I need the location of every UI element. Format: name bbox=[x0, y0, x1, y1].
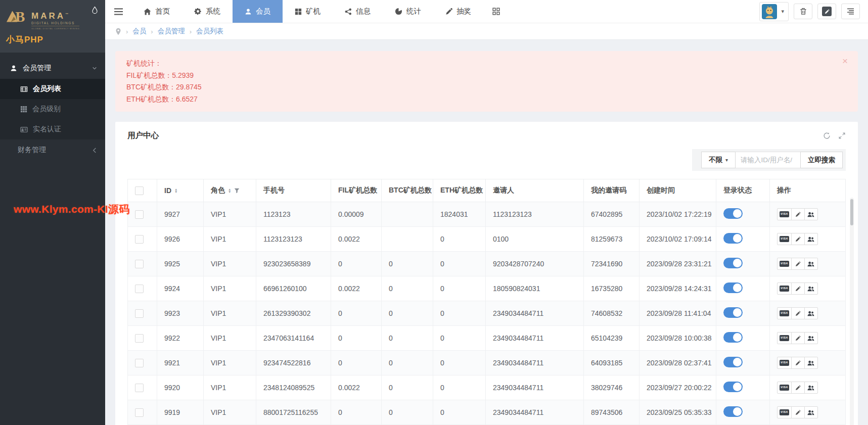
nav-home[interactable]: 首页 bbox=[131, 0, 182, 23]
edit-button[interactable] bbox=[791, 307, 805, 319]
login-status-toggle[interactable] bbox=[723, 307, 743, 318]
edit-button[interactable] bbox=[791, 357, 805, 369]
row-checkbox[interactable] bbox=[135, 384, 144, 392]
breadcrumb-member[interactable]: 会员 bbox=[132, 27, 146, 36]
col-phone: 手机号 bbox=[256, 179, 331, 202]
row-checkbox[interactable] bbox=[135, 210, 144, 219]
nav-label: 首页 bbox=[155, 7, 170, 16]
breadcrumb-member-management[interactable]: 会员管理 bbox=[158, 27, 185, 36]
cell-phone: 1123123123 bbox=[256, 227, 331, 252]
sort-icon[interactable]: ▲▼ bbox=[228, 188, 231, 193]
login-status-toggle[interactable] bbox=[723, 258, 743, 268]
nav-message[interactable]: 信息 bbox=[333, 0, 383, 23]
pencil-icon bbox=[795, 311, 801, 316]
edit-button[interactable] bbox=[791, 382, 805, 394]
edit-button[interactable] bbox=[791, 282, 805, 295]
nav-system[interactable]: 系统 bbox=[182, 0, 233, 23]
card-info-button[interactable]: VISA bbox=[777, 382, 792, 394]
row-checkbox[interactable] bbox=[135, 235, 144, 244]
cell-inviter: 2349034484711 bbox=[486, 375, 584, 400]
row-checkbox[interactable] bbox=[135, 359, 144, 367]
nav-grid-view[interactable] bbox=[483, 0, 509, 23]
user-menu[interactable]: ▾ bbox=[759, 2, 789, 21]
row-checkbox[interactable] bbox=[135, 260, 144, 268]
users-icon bbox=[807, 261, 814, 267]
login-status-toggle[interactable] bbox=[723, 382, 743, 392]
login-status-toggle[interactable] bbox=[723, 332, 743, 343]
team-button[interactable] bbox=[804, 307, 818, 319]
team-button[interactable] bbox=[804, 208, 818, 220]
sidebar-group-member-management[interactable]: 会员管理 bbox=[0, 58, 105, 79]
nav-member[interactable]: 会员 bbox=[233, 0, 283, 23]
card-info-button[interactable]: VISA bbox=[777, 233, 792, 245]
pencil-icon bbox=[795, 286, 801, 292]
breadcrumb-member-list[interactable]: 会员列表 bbox=[196, 27, 223, 36]
close-icon[interactable]: × bbox=[842, 56, 848, 66]
team-button[interactable] bbox=[804, 406, 818, 418]
sort-icon[interactable]: ▲▼ bbox=[174, 188, 177, 193]
row-checkbox[interactable] bbox=[135, 309, 144, 318]
row-checkbox[interactable] bbox=[135, 285, 144, 293]
scrollbar-thumb[interactable] bbox=[850, 199, 853, 225]
team-button[interactable] bbox=[804, 357, 818, 369]
refresh-button[interactable] bbox=[823, 132, 831, 139]
trash-button[interactable] bbox=[794, 4, 812, 19]
select-all-checkbox[interactable] bbox=[135, 186, 144, 195]
edit-shortcut-button[interactable] bbox=[817, 4, 836, 19]
card-info-button[interactable]: VISA bbox=[777, 282, 792, 295]
nav-lottery[interactable]: 抽奖 bbox=[433, 0, 483, 23]
breadcrumb-separator: › bbox=[126, 28, 128, 35]
team-button[interactable] bbox=[804, 233, 818, 245]
card-info-button[interactable]: VISA bbox=[777, 307, 792, 319]
filter-funnel-icon[interactable] bbox=[234, 188, 240, 194]
login-status-toggle[interactable] bbox=[723, 233, 743, 244]
breadcrumb-separator: › bbox=[151, 28, 153, 35]
search-input[interactable] bbox=[736, 152, 800, 168]
log-list-button[interactable] bbox=[841, 4, 860, 19]
team-button[interactable] bbox=[804, 332, 818, 344]
login-status-toggle[interactable] bbox=[723, 282, 743, 293]
pen-icon bbox=[445, 8, 452, 15]
card-info-button[interactable]: VISA bbox=[777, 208, 792, 220]
card-info-button[interactable]: VISA bbox=[777, 406, 792, 418]
row-checkbox[interactable] bbox=[135, 408, 144, 417]
cell-fil: 0.0022 bbox=[331, 375, 382, 400]
login-status-toggle[interactable] bbox=[723, 406, 743, 417]
card-info-button[interactable]: VISA bbox=[777, 357, 792, 369]
table-body: 9927 VIP1 1123123 0.00009 1824031 112312… bbox=[128, 202, 846, 425]
login-status-toggle[interactable] bbox=[723, 357, 743, 367]
team-button[interactable] bbox=[804, 382, 818, 394]
nav-miner[interactable]: 矿机 bbox=[283, 0, 333, 23]
cell-invite-code: 64093185 bbox=[584, 351, 639, 375]
edit-button[interactable] bbox=[791, 332, 805, 344]
login-status-toggle[interactable] bbox=[723, 208, 743, 219]
refresh-icon bbox=[823, 132, 831, 139]
fullscreen-button[interactable] bbox=[838, 132, 846, 139]
filter-dropdown[interactable]: 不限 ▾ bbox=[701, 152, 736, 168]
sidebar-item-real-name-auth[interactable]: 实名认证 bbox=[0, 119, 105, 139]
table-row: 9926 VIP1 1123123123 0.0022 0 0100 81259… bbox=[128, 227, 846, 252]
sidebar-toggle-button[interactable] bbox=[105, 0, 131, 23]
visa-card-icon: VISA bbox=[780, 360, 789, 366]
edit-button[interactable] bbox=[791, 233, 805, 245]
row-checkbox[interactable] bbox=[135, 334, 144, 343]
team-button[interactable] bbox=[804, 258, 818, 270]
sidebar-group-label: 会员管理 bbox=[23, 64, 51, 73]
edit-button[interactable] bbox=[791, 406, 805, 418]
edit-button[interactable] bbox=[791, 208, 805, 220]
nav-statistics[interactable]: 统计 bbox=[383, 0, 433, 23]
card-info-button[interactable]: VISA bbox=[777, 258, 792, 270]
sidebar-group-finance-management[interactable]: 财务管理 bbox=[0, 139, 105, 161]
col-role: 角色 bbox=[211, 186, 225, 195]
team-button[interactable] bbox=[804, 282, 818, 295]
search-button[interactable]: 立即搜索 bbox=[800, 152, 843, 168]
id-card-icon bbox=[20, 126, 28, 133]
brand-line1: DIGITAL HOLDINGS bbox=[31, 21, 79, 26]
card-info-button[interactable]: VISA bbox=[777, 332, 792, 344]
main-content: 矿机统计： FIL矿机总数：5.2939 BTC矿机总数：29.8745 ETH… bbox=[105, 40, 868, 425]
sidebar-item-member-level[interactable]: 会员级别 bbox=[0, 99, 105, 119]
sidebar-item-member-list[interactable]: 会员列表 bbox=[0, 79, 105, 99]
cell-role: VIP1 bbox=[204, 326, 256, 351]
edit-button[interactable] bbox=[791, 258, 805, 270]
sidebar-submenu: 会员列表 会员级别 实名认证 bbox=[0, 79, 105, 139]
